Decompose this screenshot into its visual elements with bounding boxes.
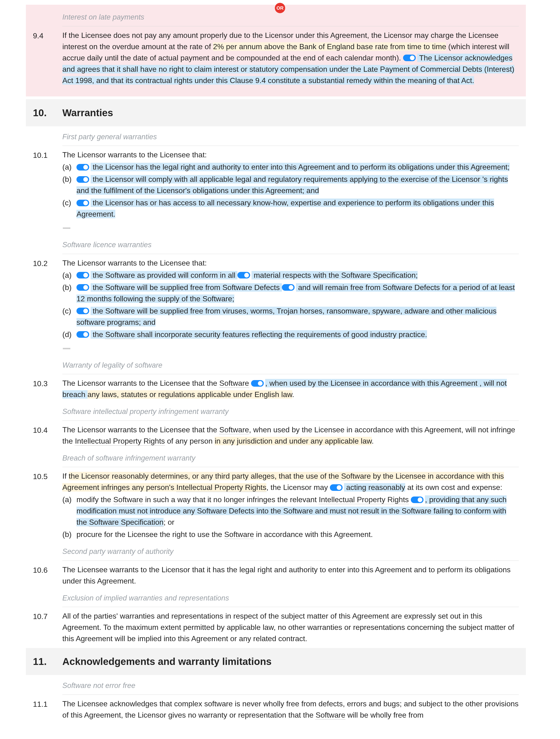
clause-note: Software licence warranties [62, 237, 519, 254]
optional-text: the Software as provided will conform in… [91, 271, 238, 279]
text: . [292, 390, 294, 399]
clause-note: Exclusion of implied warranties and repr… [62, 590, 519, 607]
defined-term[interactable]: Intellectual Property Rights [176, 483, 266, 492]
toggle-switch[interactable] [77, 308, 89, 314]
sub-letter: (b) [62, 529, 77, 540]
optional-text: the Licensor has the legal right and aut… [91, 163, 510, 171]
toggle-switch[interactable] [77, 284, 89, 291]
toggle-switch[interactable] [251, 380, 264, 387]
optional-text: the Software will be supplied free from … [91, 283, 282, 292]
toggle-switch[interactable] [282, 284, 295, 291]
clause-11-1: 11.1 The Licensee acknowledges that comp… [33, 698, 519, 721]
clause-note: Software intellectual property infringem… [62, 404, 519, 421]
clause-number: 9.4 [33, 30, 62, 41]
clause-note: First party general warranties [62, 129, 519, 146]
sub-letter: (b) [62, 174, 77, 185]
editable-text[interactable]: any laws, statutes or regulations applic… [88, 390, 292, 399]
clause-note: Software not error free [62, 678, 519, 695]
defined-term[interactable]: Software Specification [89, 518, 163, 527]
sub-letter: (a) [62, 161, 77, 173]
sub-letter: (b) [62, 282, 77, 293]
defined-term[interactable]: Software [105, 330, 135, 339]
sub-letter: (d) [62, 329, 77, 340]
sub-letter: (a) [62, 270, 77, 281]
clause-number: 10.2 [33, 257, 62, 269]
clause-10-2: 10.2 The Licensor warrants to the Licens… [33, 257, 519, 354]
sub-body: procure for the Licensee the right to us… [77, 529, 519, 540]
defined-term[interactable]: Software [224, 530, 254, 539]
clause-9-4-block: Interest on late payments 9.4 If the Lic… [26, 5, 526, 97]
toggle-switch[interactable] [77, 164, 89, 170]
clause-10-1: 10.1 The Licensor warrants to the Licens… [33, 149, 519, 233]
clause-body: The Licensee warrants to the Licensor th… [62, 564, 519, 587]
section-number: 10. [33, 105, 62, 120]
clause-lead: If the Licensor reasonably determines, o… [62, 470, 519, 493]
clause-note: Interest on late payments [62, 9, 519, 26]
clause-body: The Licensor warrants to the Licensee th… [62, 378, 519, 400]
add-item-button[interactable] [62, 224, 71, 233]
clause-number: 10.7 [33, 610, 62, 622]
clause-number: 11.1 [33, 698, 62, 710]
sub-letter: (a) [62, 494, 77, 505]
defined-term[interactable]: Intellectual Property Rights [319, 495, 409, 504]
clause-body: The Licensee acknowledges that complex s… [62, 698, 519, 721]
or-badge: OR [275, 3, 285, 13]
optional-text: material respects with the Software Spec… [252, 271, 418, 279]
editable-text[interactable]: 2% per annum above the Bank of England b… [213, 42, 446, 51]
section-11-heading: 11. Acknowledgements and warranty limita… [26, 648, 526, 675]
toggle-switch[interactable] [77, 272, 89, 279]
document-page: Interest on late payments 9.4 If the Lic… [0, 0, 560, 734]
optional-text: acting reasonably [344, 483, 405, 491]
optional-text: the Software shall incorporate security … [91, 330, 427, 339]
section-number: 11. [33, 654, 62, 669]
optional-text: the Licensor has or has access to all ne… [77, 198, 494, 218]
clause-note: Second party warranty of authority [62, 544, 519, 561]
defined-term[interactable]: Software [315, 711, 345, 720]
clause-lead: The Licensor warrants to the Licensee th… [62, 149, 519, 160]
clause-10-3: 10.3 The Licensor warrants to the Licens… [33, 378, 519, 400]
clause-number: 10.6 [33, 564, 62, 576]
clause-10-6: 10.6 The Licensee warrants to the Licens… [33, 564, 519, 587]
defined-term[interactable]: Software [219, 426, 249, 434]
section-title: Warranties [62, 105, 113, 120]
clause-note: Breach of software infringement warranty [62, 450, 519, 467]
add-item-button[interactable] [62, 344, 71, 353]
defined-term[interactable]: Intellectual Property Rights [75, 437, 165, 446]
toggle-switch[interactable] [411, 496, 424, 503]
clause-number: 10.5 [33, 470, 62, 482]
toggle-switch[interactable] [77, 200, 89, 206]
defined-term[interactable]: Software [219, 379, 249, 388]
section-10-heading: 10. Warranties [26, 99, 526, 126]
optional-text: the Software will be supplied free from … [77, 307, 497, 326]
toggle-switch[interactable] [238, 272, 250, 279]
section-title: Acknowledgements and warranty limitation… [62, 654, 272, 669]
sub-letter: (c) [62, 197, 77, 208]
clause-note: Warranty of legality of software [62, 357, 519, 375]
toggle-switch[interactable] [403, 54, 416, 61]
clause-10-5: 10.5 If the Licensor reasonably determin… [33, 470, 519, 540]
text: The Licensor warrants to the Licensee th… [62, 379, 219, 388]
optional-text: the Licensor will comply with all applic… [77, 175, 508, 195]
clause-lead: The Licensor warrants to the Licensee th… [62, 257, 519, 269]
defined-term[interactable]: Software [113, 495, 143, 504]
clause-body: If the Licensee does not pay any amount … [62, 30, 519, 86]
clause-10-4: 10.4 The Licensor warrants to the Licens… [33, 424, 519, 447]
clause-10-7: 10.7 All of the parties' warranties and … [33, 610, 519, 644]
toggle-switch[interactable] [77, 176, 89, 183]
clause-body: All of the parties' warranties and repre… [62, 610, 519, 644]
sub-body: modify the Software in such a way that i… [77, 494, 519, 528]
clause-number: 10.3 [33, 378, 62, 389]
clause-number: 10.4 [33, 424, 62, 436]
toggle-switch[interactable] [77, 331, 89, 338]
clause-body: The Licensor warrants to the Licensee th… [62, 424, 519, 447]
clause-number: 10.1 [33, 149, 62, 161]
toggle-switch[interactable] [330, 484, 342, 491]
defined-term[interactable]: Software [341, 472, 371, 481]
editable-text[interactable]: in any jurisdiction and under any applic… [215, 437, 372, 445]
sub-letter: (c) [62, 305, 77, 317]
